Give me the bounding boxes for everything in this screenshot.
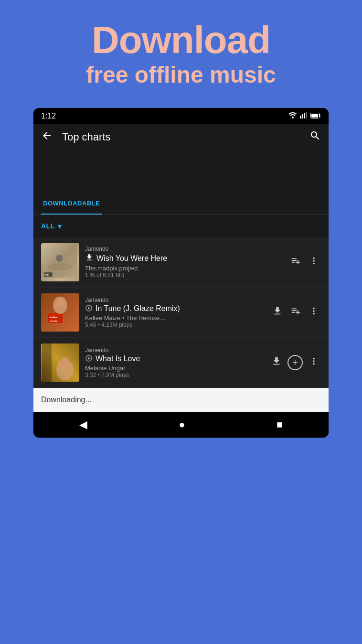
svg-rect-3 — [304, 113, 305, 118]
song-info-1: Jamendo Wish You Were Here The.madpix.pr… — [85, 246, 283, 279]
nav-back-button[interactable]: ◀ — [79, 419, 87, 431]
song-actions-3 — [269, 354, 321, 371]
hero-area — [33, 150, 329, 193]
song-actions-2 — [270, 304, 321, 321]
download-button-3[interactable] — [269, 354, 284, 371]
svg-point-9 — [47, 263, 73, 270]
svg-rect-4 — [306, 112, 307, 118]
song-list: tmp Jamendo Wish You Were Here The.madpi… — [33, 237, 329, 388]
status-bar: 1:12 — [33, 108, 329, 124]
battery-icon — [310, 112, 321, 120]
phone-mockup: 1:12 — [33, 108, 329, 438]
stream-icon-2 — [85, 304, 93, 313]
song-title-row-2: In Tune (J. Glaze Remix) — [85, 304, 265, 313]
song-item-2: kellee maize Jamendo In Tune (J. Glaze R… — [33, 288, 329, 338]
svg-rect-2 — [302, 114, 303, 118]
promo-title: Download — [10, 19, 352, 61]
more-options-button-2[interactable] — [307, 304, 321, 321]
song-actions-1 — [288, 254, 321, 270]
tab-bar: DOWNLOADABLE — [33, 193, 329, 215]
download-button-2[interactable] — [270, 304, 285, 321]
nav-bar: ◀ ● ■ — [33, 412, 329, 438]
signal-icon — [300, 112, 308, 120]
chevron-down-icon: ▾ — [58, 222, 62, 231]
app-bar-title: Top charts — [62, 131, 111, 143]
svg-rect-1 — [300, 116, 301, 118]
downloading-label: Downloading... — [41, 396, 92, 404]
song-title-row-1: Wish You Were Here — [85, 253, 283, 264]
more-options-button-3[interactable] — [307, 354, 321, 371]
svg-point-24 — [60, 357, 70, 366]
svg-rect-6 — [311, 114, 318, 118]
svg-point-19 — [56, 299, 64, 307]
song-source-2: Jamendo — [85, 297, 265, 303]
song-artist-2: Kellee Maize • The Remixe… — [85, 314, 265, 322]
promo-subtitle: free offline music — [10, 61, 352, 89]
song-meta-3: 3:32 • 7.9M plays — [85, 372, 264, 378]
song-title-row-3: What Is Love — [85, 354, 264, 364]
nav-recent-button[interactable]: ■ — [277, 419, 283, 431]
tab-downloadable[interactable]: DOWNLOADABLE — [41, 193, 102, 215]
stream-icon-3 — [85, 354, 93, 364]
song-meta-2: 5:46 • 4.13M plays — [85, 322, 265, 328]
search-button[interactable] — [309, 130, 321, 144]
filter-label: ALL — [41, 222, 55, 230]
song-source-3: Jamendo — [85, 347, 264, 354]
song-artwork-3[interactable] — [41, 343, 79, 382]
nav-home-button[interactable]: ● — [179, 419, 185, 431]
svg-text:maize: maize — [50, 320, 58, 322]
app-bar: Top charts — [33, 124, 329, 150]
add-to-queue-button-2[interactable] — [288, 304, 303, 321]
song-title-3: What Is Love — [96, 354, 140, 363]
svg-text:kellee: kellee — [50, 316, 58, 319]
song-item-3: Jamendo What Is Love Melanie Ungar 3:32 … — [33, 338, 329, 388]
svg-point-12 — [56, 255, 63, 261]
wifi-icon — [288, 112, 297, 120]
song-artist-3: Melanie Ungar — [85, 365, 264, 372]
add-circle-button-3[interactable] — [287, 355, 303, 370]
song-item: tmp Jamendo Wish You Were Here The.madpi… — [33, 237, 329, 288]
filter-row: ALL ▾ — [33, 215, 329, 237]
app-bar-left: Top charts — [41, 130, 111, 144]
song-artist-1: The.madpix.project — [85, 265, 283, 272]
svg-point-0 — [292, 117, 294, 118]
promo-section: Download free offline music — [0, 0, 362, 108]
song-artwork-2[interactable]: kellee maize — [41, 293, 79, 332]
svg-text:tmp: tmp — [44, 273, 49, 276]
song-meta-1: 1 % of 6.81 MB — [85, 272, 283, 279]
back-button[interactable] — [41, 130, 53, 144]
song-artwork-1[interactable]: tmp — [41, 243, 79, 281]
status-icons — [288, 112, 321, 120]
filter-button[interactable]: ALL ▾ — [41, 222, 62, 231]
downloading-bar: Downloading... — [33, 388, 329, 412]
add-to-queue-button-1[interactable] — [288, 254, 303, 270]
song-title-2: In Tune (J. Glaze Remix) — [96, 304, 180, 313]
more-options-button-1[interactable] — [307, 254, 321, 270]
status-time: 1:12 — [41, 112, 56, 120]
svg-rect-22 — [42, 343, 52, 382]
song-source-1: Jamendo — [85, 246, 283, 252]
song-title-1: Wish You Were Here — [96, 254, 167, 263]
song-info-3: Jamendo What Is Love Melanie Ungar 3:32 … — [85, 347, 264, 378]
downloading-icon-1 — [85, 253, 94, 264]
artwork-wish-image: tmp — [41, 243, 79, 281]
song-info-2: Jamendo In Tune (J. Glaze Remix) Kellee … — [85, 297, 265, 328]
